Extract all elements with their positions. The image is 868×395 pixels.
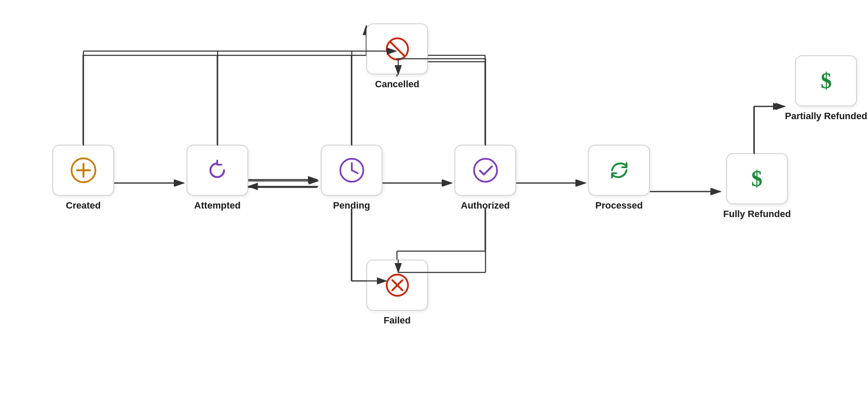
check-circle-icon <box>471 155 500 185</box>
svg-point-30 <box>474 159 497 182</box>
node-authorized: Authorized <box>454 145 516 211</box>
dollar-icon-partial: $ <box>811 66 841 96</box>
svg-text:$: $ <box>751 166 762 191</box>
authorized-label: Authorized <box>461 200 510 211</box>
pending-label: Pending <box>333 200 370 211</box>
node-box-authorized <box>454 145 516 196</box>
node-attempted: Attempted <box>187 145 248 211</box>
node-box-fully-refunded: $ <box>726 153 788 204</box>
diagram-container: Created Attempted Pending <box>0 0 868 395</box>
created-label: Created <box>66 200 101 211</box>
node-partially-refunded: $ Partially Refunded <box>785 55 867 122</box>
no-sign-icon <box>382 34 412 64</box>
clock-icon <box>337 155 367 185</box>
cancelled-label: Cancelled <box>375 79 420 90</box>
undo-circle-icon <box>203 155 233 185</box>
svg-text:$: $ <box>821 69 832 93</box>
node-fully-refunded: $ Fully Refunded <box>723 153 791 220</box>
node-box-created <box>52 145 114 196</box>
node-box-partially-refunded: $ <box>795 55 857 106</box>
node-box-failed <box>366 260 428 311</box>
refresh-icon <box>604 155 634 185</box>
svg-line-33 <box>390 42 405 56</box>
node-created: Created <box>52 145 114 211</box>
node-box-pending <box>321 145 382 196</box>
processed-label: Processed <box>595 200 643 211</box>
node-failed: Failed <box>366 260 428 326</box>
fully-refunded-label: Fully Refunded <box>723 209 791 220</box>
dollar-icon-fully: $ <box>742 164 772 194</box>
attempted-label: Attempted <box>194 200 241 211</box>
node-box-processed <box>588 145 650 196</box>
node-cancelled: Cancelled <box>366 23 428 90</box>
svg-line-29 <box>352 170 358 173</box>
node-pending: Pending <box>321 145 382 211</box>
partially-refunded-label: Partially Refunded <box>785 111 867 122</box>
plus-circle-icon <box>69 155 98 185</box>
node-box-attempted <box>187 145 248 196</box>
node-processed: Processed <box>588 145 650 211</box>
node-box-cancelled <box>366 23 428 74</box>
x-circle-icon <box>382 270 412 300</box>
failed-label: Failed <box>384 315 411 326</box>
